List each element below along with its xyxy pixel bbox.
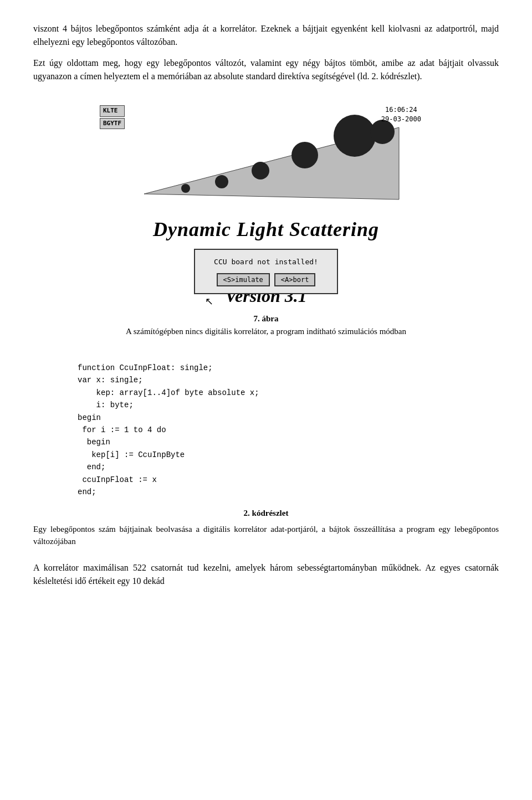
top-labels: KLTE BGYTF [100,105,125,129]
timestamp: 16:06:24 29-03-2000 [381,105,421,124]
cursor-icon: ↖ [205,296,213,307]
svg-point-4 [215,175,228,188]
code-ref-label: 2. kódrészlet [244,509,289,517]
dialog-box: CCU board not installed! <S>imulate <A>b… [194,249,338,294]
code-reference: 2. kódrészlet [33,507,499,520]
code-block: function CcuInpFloat: single; var x: sin… [78,362,499,498]
svg-point-3 [252,162,269,180]
dialog-message: CCU board not installed! [206,257,326,268]
bgytf-label: BGYTF [100,118,125,130]
scattering-graphic: KLTE BGYTF 16:06:24 29-03-2000 [100,105,432,209]
abort-button[interactable]: <A>bort [274,273,316,286]
code-caption-text: Egy lebegőpontos szám bájtjainak beolvas… [33,523,499,548]
intro-paragraph-2: Ezt úgy oldottam meg, hogy egy lebegőpon… [33,57,499,83]
figure-7: KLTE BGYTF 16:06:24 29-03-2000 [33,100,499,351]
figure-caption-text: A számítógépben nincs digitális korrelát… [126,327,406,336]
dialog-buttons: <S>imulate <A>bort [206,273,326,286]
svg-point-5 [181,184,190,193]
intro-paragraph-1: viszont 4 bájtos lebegőpontos számként a… [33,22,499,49]
klte-label: KLTE [100,105,125,117]
dls-image: KLTE BGYTF 16:06:24 29-03-2000 [94,100,438,277]
dls-title: Dynamic Light Scattering [153,214,379,244]
svg-point-2 [291,142,318,168]
final-paragraph: A korrelátor maximálisan 522 csatornát t… [33,561,499,588]
figure-caption: 7. ábra A számítógépben nincs digitális … [126,312,406,337]
svg-point-1 [334,115,376,157]
figure-caption-label: 7. ábra [253,314,278,323]
simulate-button[interactable]: <S>imulate [217,273,270,286]
